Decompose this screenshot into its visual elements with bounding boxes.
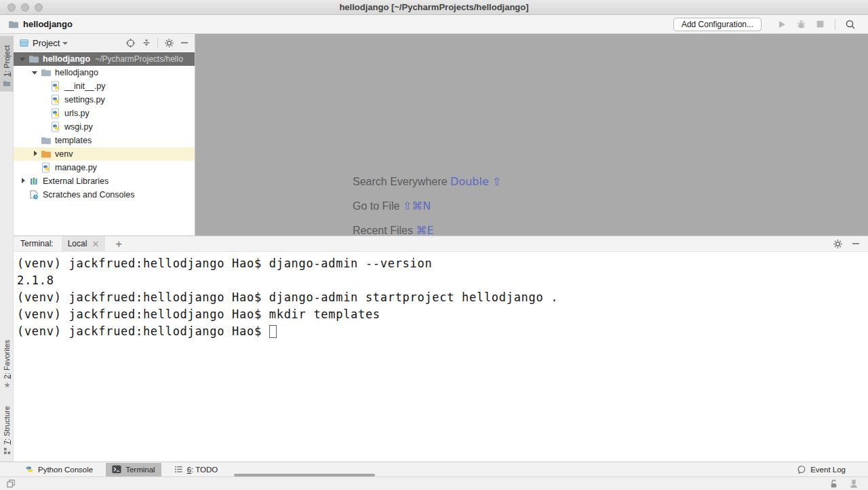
terminal-prompt-line: (venv) jackfrued:hellodjango Hao$ [17, 324, 868, 341]
folder-icon [41, 135, 52, 146]
folder-icon [41, 67, 52, 78]
arrow-spacer [19, 191, 27, 199]
python-icon [25, 465, 34, 474]
tree-item-project-root[interactable]: hellodjango ~/PycharmProjects/hello [14, 52, 195, 66]
project-tab-icon [3, 79, 11, 88]
project-view-icon [20, 39, 28, 48]
window-titlebar: hellodjango [~/PycharmProjects/hellodjan… [0, 0, 868, 15]
terminal-tool-window: Terminal: Local ✕ + (venv) jackfrued:hel… [14, 235, 868, 461]
project-panel-title[interactable]: Project [33, 38, 60, 48]
python-file-icon [50, 108, 61, 119]
terminal-icon [112, 465, 121, 474]
folder-icon [8, 19, 19, 30]
tree-item-manage-py[interactable]: manage.py [14, 161, 195, 174]
collapse-arrow-icon[interactable] [19, 177, 27, 185]
stripe-tab-favorites[interactable]: ★ 2: Favorites [0, 330, 14, 392]
main-toolbar: hellodjango Add Configuration... [0, 15, 868, 34]
close-icon[interactable]: ✕ [92, 240, 99, 248]
debug-icon[interactable] [795, 19, 806, 30]
chevron-down-icon[interactable] [62, 42, 68, 45]
terminal-line: (venv) jackfrued:hellodjango Hao$ django… [17, 257, 868, 274]
tool-window-bar: Python Console Terminal 6: TODO Event Lo… [0, 461, 868, 476]
keymap-hints: Search Everywhere Double ⇧ Go to File ⇧⌘… [353, 175, 501, 235]
status-bar [0, 476, 868, 490]
terminal-line: (venv) jackfrued:hellodjango Hao$ mkdir … [17, 307, 868, 324]
run-icon[interactable] [776, 19, 787, 30]
hint-keys: Double ⇧ [450, 175, 501, 188]
new-session-icon[interactable]: + [115, 238, 122, 250]
stop-icon[interactable] [814, 19, 825, 30]
header-divider [157, 38, 158, 48]
project-tool-window: Project [14, 34, 195, 235]
tree-item-urls-py[interactable]: urls.py [14, 107, 195, 120]
terminal-settings-gear-icon[interactable] [833, 239, 843, 249]
terminal-tab-local[interactable]: Local ✕ [62, 236, 106, 252]
python-file-icon [50, 94, 61, 105]
expand-arrow-icon[interactable] [19, 55, 27, 63]
tree-item-settings-py[interactable]: settings.py [14, 93, 195, 107]
project-panel-header: Project [14, 34, 195, 52]
hide-panel-icon[interactable] [180, 39, 189, 47]
arrow-spacer [31, 164, 39, 172]
tree-item-hellodjango-package[interactable]: hellodjango [14, 66, 195, 79]
stripe-tab-structure[interactable]: 7: Structure [0, 400, 14, 459]
close-window-button[interactable] [7, 3, 16, 12]
hint-keys: ⇧⌘N [403, 200, 431, 212]
libraries-icon [28, 176, 39, 187]
hint-keys: ⌘E [416, 224, 433, 235]
zoom-window-button[interactable] [35, 3, 43, 12]
collapse-arrow-icon[interactable] [31, 150, 39, 158]
event-log-button[interactable]: Event Log [791, 463, 852, 476]
terminal-line: (venv) jackfrued:hellodjango Hao$ django… [17, 290, 868, 307]
expand-arrow-icon[interactable] [31, 69, 39, 77]
hide-terminal-icon[interactable] [852, 240, 860, 248]
add-configuration-button[interactable]: Add Configuration... [673, 18, 762, 31]
tool-window-switcher-icon[interactable] [5, 478, 16, 489]
tree-item-scratches[interactable]: Scratches and Consoles [14, 188, 195, 202]
scratches-icon [28, 189, 39, 200]
terminal-button[interactable]: Terminal [106, 463, 161, 476]
todo-list-icon [174, 465, 183, 474]
toolbar-divider [835, 19, 835, 30]
editor-area[interactable]: Search Everywhere Double ⇧ Go to File ⇧⌘… [195, 34, 868, 235]
tree-item-templates[interactable]: templates [14, 134, 195, 147]
stripe-tab-project[interactable]: 1: Project [0, 36, 14, 92]
folder-icon [28, 54, 39, 64]
left-tool-stripe: 1: Project ★ 2: Favorites 7: Structure [0, 34, 14, 461]
terminal-output[interactable]: (venv) jackfrued:hellodjango Hao$ django… [14, 252, 868, 461]
locate-file-icon[interactable] [125, 38, 136, 48]
project-path: ~/PycharmProjects/hello [95, 54, 183, 64]
hint-label: Search Everywhere [353, 176, 450, 187]
hector-inspections-icon[interactable] [849, 478, 859, 489]
workspace: 1: Project ★ 2: Favorites 7: Structure P… [0, 34, 868, 461]
tree-item-venv[interactable]: venv [14, 147, 195, 161]
star-icon: ★ [3, 381, 10, 390]
python-console-button[interactable]: Python Console [19, 463, 99, 476]
hint-label: Go to File [353, 200, 403, 212]
collapse-all-icon[interactable] [142, 38, 151, 48]
tree-item-wsgi-py[interactable]: wsgi.py [14, 120, 195, 134]
python-file-icon [50, 81, 61, 92]
python-file-icon [50, 121, 61, 132]
event-log-bubble-icon [797, 465, 806, 474]
structure-icon [3, 447, 11, 455]
window-title: hellodjango [~/PycharmProjects/hellodjan… [0, 0, 868, 14]
terminal-label: Terminal: [20, 239, 54, 248]
lock-icon[interactable] [829, 478, 839, 489]
todo-button[interactable]: 6: TODO [168, 463, 224, 476]
breadcrumb[interactable]: hellodjango [23, 19, 73, 29]
arrow-spacer [31, 136, 39, 145]
python-file-icon [41, 162, 52, 173]
tree-item-external-libraries[interactable]: External Libraries [14, 174, 195, 188]
terminal-header: Terminal: Local ✕ + [14, 235, 868, 252]
venv-folder-icon [41, 149, 52, 159]
hint-label: Recent Files [353, 225, 416, 235]
search-everywhere-icon[interactable] [845, 19, 856, 30]
minimize-window-button[interactable] [21, 3, 29, 12]
terminal-cursor [269, 325, 277, 338]
gear-icon[interactable] [164, 38, 174, 48]
terminal-line: 2.1.8 [17, 274, 868, 290]
project-tree: hellodjango ~/PycharmProjects/hello hell… [14, 52, 195, 235]
tree-item-init-py[interactable]: __init__.py [14, 79, 195, 93]
